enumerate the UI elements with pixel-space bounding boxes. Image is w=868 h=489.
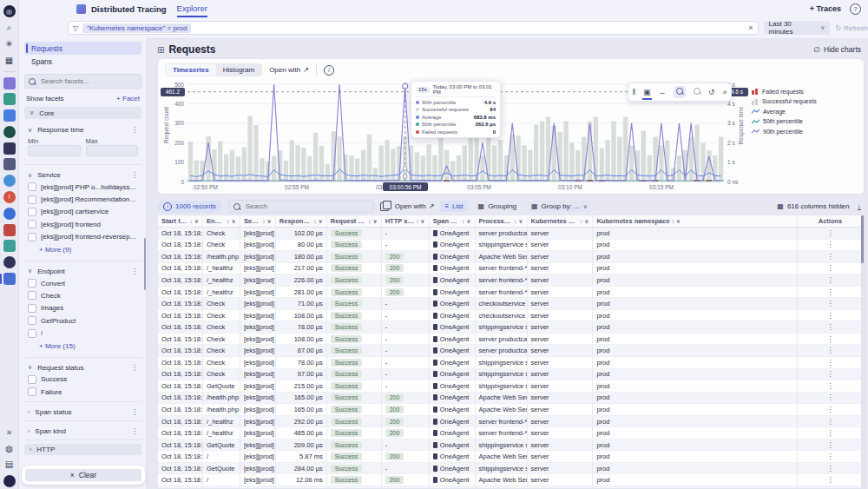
kebab-menu-icon[interactable]: ⋮: [131, 126, 138, 134]
facet-search-input[interactable]: [39, 76, 129, 86]
checkbox[interactable]: [28, 329, 36, 338]
table-row[interactable]: Oct 18, 15:18:20…/[eks][prod] …5.87 msSu…: [158, 451, 864, 463]
row-actions-kebab-icon[interactable]: ⋮: [827, 465, 834, 472]
facet-service[interactable]: ∨ Service⋮: [24, 168, 141, 181]
row-actions-kebab-icon[interactable]: ⋮: [827, 429, 834, 437]
tab-timeseries[interactable]: Timeseries: [166, 64, 216, 76]
facet-option[interactable]: [eks][prod] frontend-reverseproxy: [24, 231, 141, 243]
sort-icon[interactable]: ↕: [227, 218, 229, 224]
table-row[interactable]: Oct 18, 15:18:31…/_healthz[eks][prod] …2…: [158, 274, 864, 287]
filter-input[interactable]: ▽ "Kubernetes namespace" = prod ×: [68, 21, 759, 35]
column-header-10[interactable]: Actions: [798, 215, 864, 227]
row-actions-kebab-icon[interactable]: ⋮: [827, 347, 834, 354]
kebab-menu-icon[interactable]: ⋮: [131, 364, 138, 372]
response-time-max-input[interactable]: [86, 145, 139, 156]
table-search-input[interactable]: [244, 202, 360, 211]
checkbox[interactable]: [28, 182, 36, 191]
filter-clear-icon[interactable]: ×: [748, 23, 753, 32]
sidebar-scrollbar[interactable]: [144, 238, 146, 290]
row-actions-kebab-icon[interactable]: ⋮: [827, 335, 834, 343]
services-app-icon[interactable]: [3, 126, 16, 138]
sort-desc-icon[interactable]: ↓: [189, 218, 192, 224]
clear-filters-button[interactable]: × Clear: [25, 469, 141, 481]
pan-tool-icon[interactable]: ↔: [658, 89, 666, 96]
chart-open-with-button[interactable]: Open with↗: [269, 66, 309, 74]
table-row[interactable]: Oct 18, 15:18:22…/health.php[eks][prod] …: [158, 404, 864, 416]
row-actions-kebab-icon[interactable]: ⋮: [827, 300, 834, 307]
row-actions-kebab-icon[interactable]: ⋮: [827, 359, 834, 367]
crosshair-tool-icon[interactable]: ▣: [643, 89, 651, 96]
tab-histogram[interactable]: Histogram: [216, 64, 261, 76]
chevron-down-icon[interactable]: ∨: [676, 218, 681, 225]
kebab-menu-icon[interactable]: ⋮: [131, 408, 138, 416]
facet-option[interactable]: [eks][prod] PHP o...holidaysservice-*: [24, 181, 141, 193]
row-actions-kebab-icon[interactable]: ⋮: [827, 288, 834, 296]
dashboards-app-icon[interactable]: [3, 109, 16, 122]
row-actions-kebab-icon[interactable]: ⋮: [827, 323, 834, 331]
facet-span-kind[interactable]: › Span kind⋮: [24, 424, 141, 437]
table-row[interactable]: Oct 18, 15:18:29…/_healthz[eks][prod] …2…: [158, 287, 864, 299]
releases-app-icon[interactable]: [3, 224, 16, 236]
checkbox[interactable]: [28, 291, 36, 300]
chevron-down-icon[interactable]: ∨: [372, 218, 377, 225]
table-row[interactable]: Oct 18, 15:18:22…Check[eks][prod] …97.00…: [158, 369, 864, 381]
table-row[interactable]: Oct 18, 15:18:23…Check[eks][prod] …108.0…: [158, 334, 864, 346]
grouping-button[interactable]: ▦Grouping: [474, 201, 521, 212]
availability-app-icon[interactable]: [3, 208, 16, 220]
table-scrollbar[interactable]: [861, 215, 864, 263]
more-link[interactable]: + More (15): [24, 340, 141, 354]
legend-item[interactable]: Failed requests: [752, 88, 817, 95]
row-actions-kebab-icon[interactable]: ⋮: [827, 393, 834, 401]
facet-endpoint[interactable]: ∨ Endpoint⋮: [24, 264, 141, 277]
add-facet-button[interactable]: + Facet: [116, 95, 140, 102]
table-row[interactable]: Oct 18, 15:18:22…/health.php[eks][prod] …: [158, 393, 864, 405]
table-row[interactable]: Oct 18, 15:18:31…/_healthz[eks][prod] …2…: [158, 263, 864, 275]
table-open-with-button[interactable]: Open with↗: [395, 202, 435, 210]
time-range-selector[interactable]: Last 30 minutes∨: [764, 21, 831, 35]
table-row[interactable]: Oct 18, 15:18:28…Check[eks][prod] …108.0…: [158, 310, 864, 322]
table-row[interactable]: Oct 18, 15:18:20…GetQuote[eks][prod] …20…: [158, 439, 864, 452]
table-row[interactable]: Oct 18, 15:18:27…Check[eks][prod] …78.00…: [158, 321, 864, 334]
sort-icon[interactable]: ↕: [313, 218, 316, 224]
response-time-min-input[interactable]: [28, 145, 81, 156]
sort-icon[interactable]: ↕: [672, 218, 674, 224]
notebooks-app-icon[interactable]: [3, 256, 16, 268]
chevron-down-icon[interactable]: ∨: [194, 218, 199, 225]
table-row[interactable]: Oct 18, 15:18:19…GetQuote[eks][prod] …28…: [158, 463, 864, 475]
facet-option[interactable]: Convert: [24, 277, 141, 289]
chevron-down-icon[interactable]: ∨: [319, 218, 323, 225]
chevron-down-icon[interactable]: ∨: [420, 218, 424, 225]
kubernetes-app-icon[interactable]: [3, 77, 16, 89]
traces-button[interactable]: + Traces: [810, 4, 841, 13]
reports-icon[interactable]: ▤: [3, 459, 16, 471]
row-actions-kebab-icon[interactable]: ⋮: [827, 453, 834, 460]
column-header-5[interactable]: HTTP status↕∨: [382, 215, 430, 227]
column-header-6[interactable]: Span source↕∨: [430, 215, 476, 227]
legend-item[interactable]: 90th percentile: [752, 128, 817, 135]
checkbox[interactable]: [28, 220, 36, 228]
sessions-app-icon[interactable]: [3, 175, 16, 187]
checkbox[interactable]: [28, 304, 36, 313]
smartscape-app-icon[interactable]: [3, 93, 16, 105]
facet-group-core[interactable]: ∨ Core: [24, 107, 141, 119]
checkbox[interactable]: [28, 233, 36, 241]
row-actions-kebab-icon[interactable]: ⋮: [827, 264, 834, 272]
legend-item[interactable]: Successful requests: [752, 98, 817, 105]
checkbox[interactable]: [28, 279, 36, 287]
table-search[interactable]: [228, 200, 374, 213]
table-row[interactable]: Oct 18, 15:18:28…Check[eks][prod] …71.00…: [158, 298, 864, 310]
row-actions-kebab-icon[interactable]: ⋮: [827, 382, 834, 390]
row-actions-kebab-icon[interactable]: ⋮: [827, 241, 834, 248]
zoom-out-icon[interactable]: [694, 88, 700, 96]
sort-icon[interactable]: ↕: [514, 218, 516, 224]
sort-icon[interactable]: ↕: [580, 218, 582, 224]
column-header-3[interactable]: Response time↕∨: [276, 215, 327, 227]
facet-option[interactable]: Failure: [24, 386, 141, 398]
kebab-menu-icon[interactable]: ⋮: [131, 171, 138, 179]
more-tools-icon[interactable]: »: [722, 89, 727, 96]
column-header-4[interactable]: Request status↕∨: [327, 215, 382, 227]
sidebar-item-requests[interactable]: Requests: [24, 42, 141, 55]
list-view-button[interactable]: ≡List: [440, 201, 467, 212]
table-row[interactable]: Oct 18, 15:18:21…/_healthz[eks][prod] …2…: [158, 416, 864, 428]
facet-option[interactable]: Images: [24, 302, 141, 314]
